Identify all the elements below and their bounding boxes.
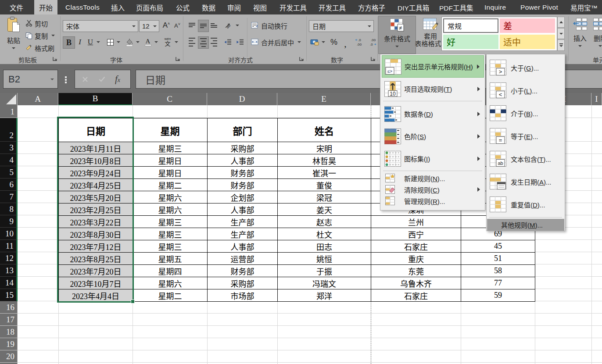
increase-decimal-button[interactable]: .0 .00 <box>354 36 366 48</box>
table-cell[interactable]: 田志 <box>278 240 371 253</box>
row-header-16[interactable]: 16 <box>0 301 18 314</box>
insert-cells-button[interactable]: 插入 <box>570 16 590 54</box>
merge-center-dropdown-arrow[interactable] <box>297 41 301 43</box>
table-cell[interactable]: 宋明 <box>278 142 371 154</box>
submenu-item[interactable]: =等于(E)... <box>488 125 564 147</box>
ribbon-tab[interactable]: 数据 <box>197 0 221 14</box>
ribbon-tab[interactable]: 插入 <box>106 0 130 14</box>
submenu-item[interactable]: 其他规则(M)... <box>487 219 564 231</box>
table-cell[interactable]: 人事部 <box>208 154 278 167</box>
submenu-item[interactable]: 介于(B)... <box>488 102 564 125</box>
name-box[interactable]: B2 <box>3 70 58 89</box>
submenu-item[interactable]: 重复值(D)... <box>488 193 564 216</box>
table-cell[interactable]: 45 <box>461 240 535 253</box>
font-name-combo[interactable]: 宋体 <box>63 20 138 32</box>
ribbon-tab[interactable]: 易用宝™ <box>565 0 602 14</box>
number-format-dropdown-arrow[interactable] <box>368 25 371 27</box>
row-header-10[interactable]: 10 <box>0 228 18 240</box>
insert-cells-dropdown-arrow[interactable] <box>578 45 582 47</box>
row-header-17[interactable]: 17 <box>0 314 18 326</box>
clipboard-dialog-launcher[interactable] <box>53 57 58 62</box>
column-header-a[interactable]: A <box>18 93 58 105</box>
fill-color-dropdown-arrow[interactable] <box>135 36 141 48</box>
table-cell[interactable]: 冯瑞文 <box>278 277 371 289</box>
merge-center-button[interactable]: 合并后居中 <box>251 36 301 48</box>
ribbon-tab[interactable]: ClassTools <box>60 0 105 14</box>
borders-dropdown-arrow[interactable] <box>115 36 122 48</box>
row-header-8[interactable]: 8 <box>0 203 18 215</box>
accounting-format-dropdown-arrow[interactable] <box>320 36 326 48</box>
table-cell[interactable]: 石家庄 <box>371 240 461 253</box>
table-cell[interactable]: 星期六 <box>133 277 208 289</box>
table-cell[interactable]: 梁冠 <box>278 191 371 203</box>
phonetic-button[interactable]: wén 文 <box>162 36 173 48</box>
row-header-12[interactable]: 12 <box>0 252 18 264</box>
ribbon-tab[interactable]: Power Pivot <box>515 0 563 14</box>
menu-item[interactable]: 数据条(D) <box>382 103 484 125</box>
insert-function-icon[interactable]: fx <box>115 74 120 85</box>
accounting-format-button[interactable] <box>309 36 320 48</box>
table-cell[interactable]: 姜天 <box>278 203 371 216</box>
font-color-dropdown-arrow[interactable] <box>153 36 159 48</box>
cell-style-2[interactable]: 差 <box>500 18 555 33</box>
table-cell[interactable]: 77 <box>461 277 535 289</box>
submenu-item[interactable]: 发生日期(A)... <box>488 170 564 193</box>
align-top-button[interactable] <box>187 20 197 31</box>
row-header-13[interactable]: 13 <box>0 264 18 277</box>
table-cell[interactable]: 董俊 <box>278 179 371 191</box>
font-size-dropdown-arrow[interactable] <box>153 25 157 27</box>
table-cell[interactable]: 财务部 <box>208 167 278 179</box>
table-cell[interactable]: 林哲昊 <box>278 154 371 167</box>
orientation-dropdown-arrow[interactable] <box>234 20 240 31</box>
menu-item[interactable]: 10项目选取规则(T) <box>382 78 484 100</box>
table-cell[interactable]: 西宁 <box>371 228 461 240</box>
table-cell[interactable]: 人事部 <box>208 203 278 216</box>
font-name-dropdown-arrow[interactable] <box>132 25 136 27</box>
column-header-b[interactable]: B <box>58 93 133 105</box>
bold-button[interactable]: B <box>63 36 75 49</box>
table-cell[interactable]: 崔淇一 <box>278 167 371 179</box>
row-header-6[interactable]: 6 <box>0 178 18 191</box>
ribbon-tab[interactable]: Inquire <box>479 0 512 14</box>
orientation-button[interactable]: ab <box>223 20 234 31</box>
table-cell[interactable]: 杜文 <box>278 228 371 240</box>
row-header-11[interactable]: 11 <box>0 240 18 252</box>
row-header-5[interactable]: 5 <box>0 166 18 178</box>
increase-indent-button[interactable] <box>234 36 246 48</box>
row-header-2[interactable]: 2 <box>0 118 18 142</box>
table-cell[interactable]: 财务部 <box>208 265 278 277</box>
column-header-c[interactable]: C <box>133 93 207 105</box>
font-size-combo[interactable]: 12 <box>139 20 159 32</box>
table-cell[interactable]: 星期五 <box>133 253 208 265</box>
table-cell[interactable]: 企划部 <box>208 191 278 203</box>
table-cell[interactable]: 乌鲁木齐 <box>371 277 461 289</box>
select-all-corner[interactable] <box>0 93 18 105</box>
cell-styles-more-button[interactable] <box>557 39 565 51</box>
table-cell[interactable]: 姚恒 <box>278 253 371 265</box>
table-cell[interactable]: 重庆 <box>371 253 461 265</box>
align-right-button[interactable] <box>209 36 219 48</box>
cell-style-4[interactable]: 适中 <box>500 35 555 49</box>
table-cell[interactable]: 星期二 <box>133 179 208 191</box>
ribbon-tab[interactable]: 公式 <box>171 0 195 14</box>
number-dialog-launcher[interactable] <box>371 57 376 62</box>
fill-color-button[interactable] <box>124 36 135 48</box>
wrap-text-button[interactable]: 自动换行 <box>251 20 287 31</box>
column-header-i[interactable]: I <box>591 93 602 105</box>
menu-item[interactable]: ≤>突出显示单元格规则(H) <box>382 55 484 78</box>
ribbon-tab[interactable]: 审阅 <box>222 0 246 14</box>
column-header-e[interactable]: E <box>277 93 371 105</box>
table-header-cell[interactable]: 姓名 <box>278 118 371 142</box>
cell-styles-scroll-down[interactable] <box>557 28 565 39</box>
number-format-combo[interactable]: 日期 <box>309 20 374 32</box>
table-cell[interactable]: 采购部 <box>208 142 278 154</box>
menu-item[interactable]: 色阶(S) <box>382 125 484 147</box>
table-cell[interactable]: 星期三 <box>133 228 208 240</box>
table-cell[interactable]: 郑洋 <box>278 289 371 302</box>
menu-item[interactable]: 图标集(I) <box>382 147 484 170</box>
copy-button[interactable]: 复制 <box>25 31 55 40</box>
decrease-indent-button[interactable] <box>222 36 233 48</box>
fill-handle[interactable] <box>131 300 135 303</box>
row-header-1[interactable]: 1 <box>0 105 18 118</box>
row-header-14[interactable]: 14 <box>0 277 18 289</box>
